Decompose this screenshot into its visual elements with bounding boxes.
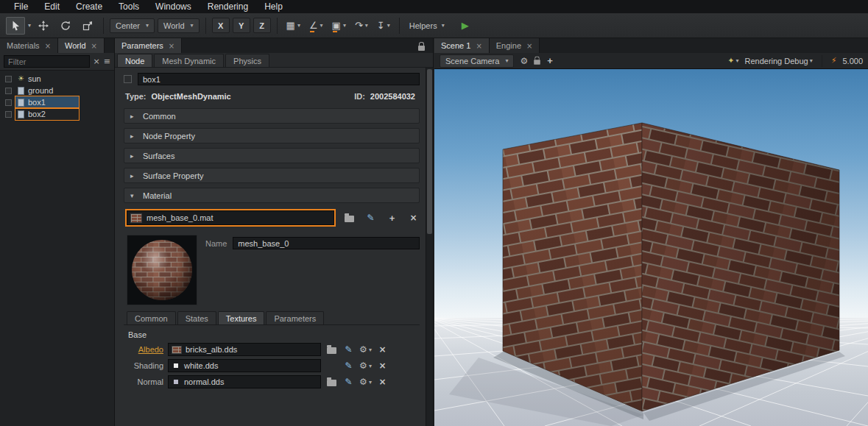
drop-to-ground-button[interactable]: ↧ ▾ xyxy=(374,17,393,35)
material-slot-row: mesh_base_0.mat ✎ + × xyxy=(127,210,420,225)
menu-file[interactable]: File xyxy=(6,0,36,14)
select-tool-caret-icon[interactable]: ▾ xyxy=(28,22,31,29)
edit-texture-icon[interactable]: ✎ xyxy=(345,344,352,355)
clear-texture-icon[interactable]: × xyxy=(378,361,386,371)
material-preview-row: Name xyxy=(127,235,420,305)
material-slot[interactable]: mesh_base_0.mat xyxy=(127,210,334,225)
tab-mesh-dynamic[interactable]: Mesh Dynamic xyxy=(154,54,224,67)
node-enabled-checkbox[interactable] xyxy=(5,99,12,106)
filter-input[interactable] xyxy=(4,55,90,68)
play-button[interactable]: ▶ xyxy=(462,20,469,31)
node-enabled-checkbox[interactable] xyxy=(124,75,132,83)
tab-node[interactable]: Node xyxy=(117,54,152,67)
node-name-input[interactable] xyxy=(138,73,420,85)
folder-icon[interactable] xyxy=(345,216,354,222)
tab-textures[interactable]: Textures xyxy=(218,311,265,324)
camera-speed-value[interactable]: 5.000 xyxy=(842,57,863,65)
tab-world[interactable]: World × xyxy=(58,38,105,53)
albedo-label[interactable]: Albedo xyxy=(125,345,163,354)
node-snap-button[interactable]: ▣ ▾ xyxy=(329,17,349,35)
camera-dropdown[interactable]: Scene Camera ▾ xyxy=(440,54,514,68)
section-node-property[interactable]: ▸ Node Property xyxy=(124,128,420,143)
rotate-tool-button[interactable] xyxy=(56,17,75,35)
axis-y-button[interactable]: Y xyxy=(233,18,250,33)
tree-row-box1[interactable]: box1 xyxy=(0,96,114,108)
menu-create[interactable]: Create xyxy=(68,0,110,14)
scrollbar-thumb[interactable] xyxy=(427,69,432,234)
tree-row-sun[interactable]: ☀ sun xyxy=(0,73,114,85)
lock-camera-button[interactable] xyxy=(534,57,541,65)
close-icon[interactable]: × xyxy=(91,42,97,50)
texture-options-dropdown[interactable]: ⚙ ▾ xyxy=(359,361,372,371)
edit-texture-icon[interactable]: ✎ xyxy=(345,361,352,371)
node-enabled-checkbox[interactable] xyxy=(5,76,12,82)
node-enabled-checkbox[interactable] xyxy=(5,111,12,118)
type-value: ObjectMeshDynamic xyxy=(152,92,231,101)
camera-settings-gear-icon[interactable]: ⚙ xyxy=(520,56,528,66)
camera-speed-icon[interactable]: ⚡ xyxy=(831,56,837,65)
material-preview[interactable] xyxy=(127,235,197,305)
menu-windows[interactable]: Windows xyxy=(147,0,200,14)
clear-texture-icon[interactable]: × xyxy=(378,377,386,387)
shading-file-field[interactable]: white.dds xyxy=(168,359,321,372)
angle-snap-button[interactable]: ∠ ▾ xyxy=(306,17,326,35)
menu-edit[interactable]: Edit xyxy=(36,0,68,14)
close-icon[interactable]: × xyxy=(526,42,532,50)
select-tool-button[interactable] xyxy=(6,17,25,35)
axis-z-button[interactable]: Z xyxy=(253,18,271,33)
node-enabled-checkbox[interactable] xyxy=(5,88,12,94)
grid-snap-button[interactable]: ▦ ▾ xyxy=(283,17,303,35)
texture-options-dropdown[interactable]: ⚙ ▾ xyxy=(359,344,372,355)
section-common[interactable]: ▸ Common xyxy=(124,108,420,124)
folder-icon[interactable] xyxy=(327,347,336,354)
space-dropdown[interactable]: World ▾ xyxy=(158,18,200,33)
tab-common[interactable]: Common xyxy=(127,311,176,324)
clear-material-icon[interactable]: × xyxy=(409,213,417,223)
menu-rendering[interactable]: Rendering xyxy=(200,0,256,14)
toolbar-separator xyxy=(399,18,400,34)
tab-scene-1[interactable]: Scene 1 × xyxy=(434,38,490,53)
angle-snap-accent xyxy=(310,31,314,32)
close-icon[interactable]: × xyxy=(169,42,174,50)
tree-row-box2[interactable]: box2 xyxy=(0,108,114,120)
close-icon[interactable]: × xyxy=(45,42,51,50)
edit-material-icon[interactable]: ✎ xyxy=(367,213,374,223)
normal-file-field[interactable]: normal.dds xyxy=(168,375,321,388)
texture-options-dropdown[interactable]: ⚙ ▾ xyxy=(359,377,372,387)
tab-physics[interactable]: Physics xyxy=(225,54,269,67)
axis-x-button[interactable]: X xyxy=(212,18,230,33)
clear-texture-icon[interactable]: × xyxy=(378,344,386,355)
parameters-scrollbar[interactable] xyxy=(426,68,433,426)
rendering-debug-dropdown[interactable]: Rendering Debug ▾ xyxy=(744,57,812,65)
pin-panel-button[interactable] xyxy=(418,42,426,52)
helpers-dropdown[interactable]: Helpers ▾ xyxy=(406,18,448,33)
section-surfaces[interactable]: ▸ Surfaces xyxy=(124,148,420,163)
section-surface-property[interactable]: ▸ Surface Property xyxy=(124,168,420,183)
menu-help[interactable]: Help xyxy=(256,0,291,14)
section-material[interactable]: ▾ Material xyxy=(124,188,420,203)
visualizer-dropdown[interactable]: ✦ ▾ xyxy=(727,56,738,65)
folder-icon[interactable] xyxy=(327,380,336,386)
tab-parameters[interactable]: Parameters × xyxy=(115,38,182,53)
sort-icon[interactable]: ≡ xyxy=(104,57,110,66)
curve-snap-button[interactable]: ↷ ▾ xyxy=(352,17,371,35)
tab-states[interactable]: States xyxy=(177,311,216,324)
tab-parameters-mat[interactable]: Parameters xyxy=(266,311,324,324)
add-camera-icon[interactable]: + xyxy=(547,55,553,66)
shading-file-name: white.dds xyxy=(184,361,218,370)
tab-materials[interactable]: Materials × xyxy=(0,38,58,53)
scale-tool-button[interactable] xyxy=(78,17,97,35)
close-icon[interactable]: × xyxy=(476,42,481,50)
pivot-dropdown[interactable]: Center ▾ xyxy=(110,18,155,33)
material-name-input[interactable] xyxy=(233,237,420,249)
albedo-file-field[interactable]: bricks_alb.dds xyxy=(168,343,321,356)
drop-to-ground-icon: ↧ xyxy=(377,20,385,31)
clear-filter-icon[interactable]: × xyxy=(93,57,100,66)
edit-texture-icon[interactable]: ✎ xyxy=(345,377,352,387)
tree-row-ground[interactable]: ground xyxy=(0,85,114,96)
add-material-icon[interactable]: + xyxy=(389,213,395,224)
menu-tools[interactable]: Tools xyxy=(110,0,147,14)
move-tool-button[interactable] xyxy=(34,17,53,35)
viewport-3d[interactable] xyxy=(434,69,868,426)
tab-engine[interactable]: Engine × xyxy=(490,38,540,53)
